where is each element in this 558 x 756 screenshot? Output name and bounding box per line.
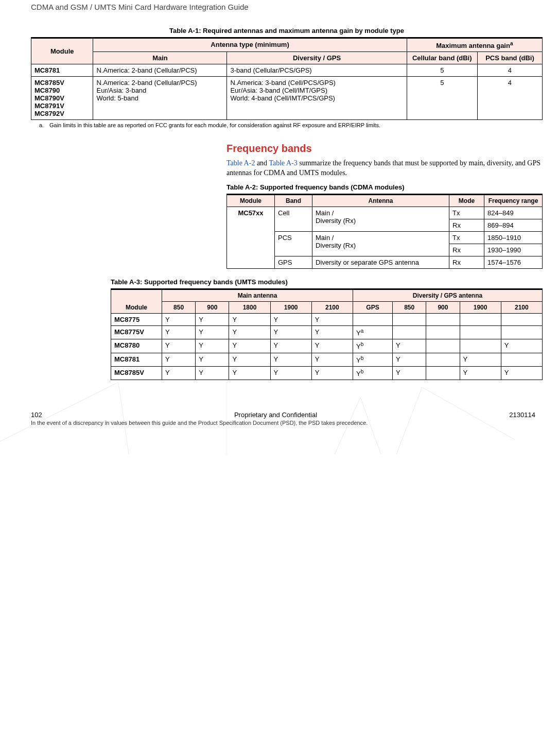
table-row: MC8780 Y Y Y Y Y Yb Y Y	[111, 339, 543, 353]
t3-dcol-1: 850	[393, 302, 426, 314]
footer-docnum: 2130114	[509, 411, 535, 419]
table-row: MC8775 Y Y Y Y Y	[111, 314, 543, 326]
table-a2: Module Band Antenna Mode Frequency range…	[226, 194, 543, 269]
cell: Y	[229, 326, 270, 339]
cell: Y	[270, 326, 311, 339]
t1-r1-div: N.America: 3-band (Cell/PCS/GPS) Eur/Asi…	[227, 77, 407, 120]
t2-r4-mode: Rx	[449, 256, 484, 269]
table-row: MC8781 Y Y Y Y Y Yb Y Y	[111, 353, 543, 366]
t1-r1-module: MC8785V MC8790 MC8790V MC8791V MC8792V	[31, 77, 93, 120]
t3-mcol-2: 1800	[229, 302, 270, 314]
t3-dcol-2: 900	[426, 302, 460, 314]
cell	[501, 326, 542, 339]
cell: Y	[460, 353, 501, 366]
t3-dcol-3: 1900	[460, 302, 501, 314]
t3-dcol-4: 2100	[501, 302, 542, 314]
cell	[460, 339, 501, 353]
t1-col-cellband: Cellular band (dBi)	[407, 52, 477, 64]
table-row: MC8781 N.America: 2-band (Cellular/PCS) …	[31, 64, 543, 77]
t2-r0-band: Cell	[275, 207, 312, 232]
t1-group-antenna: Antenna type (minimum)	[93, 38, 407, 52]
freq-bands-paragraph: Table A-2 and Table A-3 summarize the fr…	[226, 159, 543, 178]
cell: Y	[393, 353, 426, 366]
t3-mcol-3: 1900	[270, 302, 311, 314]
cell: Y	[311, 367, 353, 380]
link-table-a3[interactable]: Table A-3	[269, 159, 297, 167]
t2-r0-mode: Tx	[449, 207, 484, 219]
t3-col-module: Module	[111, 289, 162, 314]
cell: Y	[311, 314, 353, 326]
t1-r1-cell: 5	[407, 77, 477, 120]
t1-col-pcsband: PCS band (dBi)	[477, 52, 542, 64]
t3-group-main: Main antenna	[162, 289, 353, 302]
cell: Y	[162, 326, 196, 339]
cell: Y	[162, 339, 196, 353]
cell	[426, 367, 460, 380]
t2-r0-antenna: Main / Diversity (Rx)	[312, 207, 449, 232]
cell: Y	[196, 314, 229, 326]
cell: Y	[270, 367, 311, 380]
cell: Yb	[353, 353, 392, 366]
t2-r2-mode: Tx	[449, 232, 484, 244]
cell	[393, 314, 426, 326]
heading-frequency-bands: Frequency bands	[226, 143, 543, 154]
cell: Y	[393, 367, 426, 380]
t1-col-main: Main	[93, 52, 227, 64]
cell	[501, 353, 542, 366]
cell: Y	[229, 314, 270, 326]
t3-r3-module: MC8781	[111, 353, 162, 366]
t2-col-freq: Frequency range	[484, 195, 543, 207]
cell	[426, 326, 460, 339]
cell: Y	[311, 339, 353, 353]
t2-r1-freq: 869–894	[484, 219, 543, 232]
t3-dcol-0: GPS	[353, 302, 392, 314]
t2-r3-mode: Rx	[449, 244, 484, 256]
cell	[501, 314, 542, 326]
t2-r2-band: PCS	[275, 232, 312, 256]
cell: Ya	[353, 326, 392, 339]
cell: Yb	[353, 339, 392, 353]
table-row: MC8785V Y Y Y Y Y Yb Y Y Y	[111, 367, 543, 380]
cell	[426, 339, 460, 353]
t3-mcol-1: 900	[196, 302, 229, 314]
t2-r2-antenna: Main / Diversity (Rx)	[312, 232, 449, 256]
page-number: 102	[31, 411, 42, 419]
cell: Y	[229, 353, 270, 366]
cell: Y	[196, 339, 229, 353]
table-row: MC8775V Y Y Y Y Y Ya	[111, 326, 543, 339]
t1-col-module: Module	[31, 38, 93, 64]
t1-footnote: a.Gain limits in this table are as repor…	[31, 120, 543, 133]
cell: Y	[460, 367, 501, 380]
t3-r2-module: MC8780	[111, 339, 162, 353]
cell: Y	[229, 367, 270, 380]
t1-r0-main: N.America: 2-band (Cellular/PCS)	[93, 64, 227, 77]
footer-note: In the event of a discrepancy in values …	[31, 420, 543, 426]
cell: Y	[501, 367, 542, 380]
t1-r1-main: N.America: 2-band (Cellular/PCS) Eur/Asi…	[93, 77, 227, 120]
t2-r3-freq: 1930–1990	[484, 244, 543, 256]
t3-mcol-4: 2100	[311, 302, 353, 314]
cell	[393, 326, 426, 339]
page-header: CDMA and GSM / UMTS Mini Card Hardware I…	[31, 0, 543, 22]
t2-r4-antenna: Diversity or separate GPS antenna	[312, 256, 449, 269]
cell: Y	[162, 367, 196, 380]
cell: Y	[229, 339, 270, 353]
table-a3: Module Main antenna Diversity / GPS ante…	[111, 288, 543, 380]
t3-mcol-0: 850	[162, 302, 196, 314]
t1-r1-pcs: 4	[477, 77, 542, 120]
t3-group-div: Diversity / GPS antenna	[353, 289, 542, 302]
cell: Y	[270, 353, 311, 366]
cell	[426, 314, 460, 326]
cell: Yb	[353, 367, 392, 380]
t2-col-antenna: Antenna	[312, 195, 449, 207]
cell: Y	[393, 339, 426, 353]
t2-col-band: Band	[275, 195, 312, 207]
t1-r0-cell: 5	[407, 64, 477, 77]
t1-r0-div: 3-band (Cellular/PCS/GPS)	[227, 64, 407, 77]
table-a1-caption: Table A-1: Required antennas and maximum…	[31, 27, 543, 35]
t1-r0-pcs: 4	[477, 64, 542, 77]
t1-col-diversity: Diversity / GPS	[227, 52, 407, 64]
table-row: MC8785V MC8790 MC8790V MC8791V MC8792V N…	[31, 77, 543, 120]
footer-center: Proprietary and Confidential	[234, 411, 317, 419]
link-table-a2[interactable]: Table A-2	[226, 159, 255, 167]
